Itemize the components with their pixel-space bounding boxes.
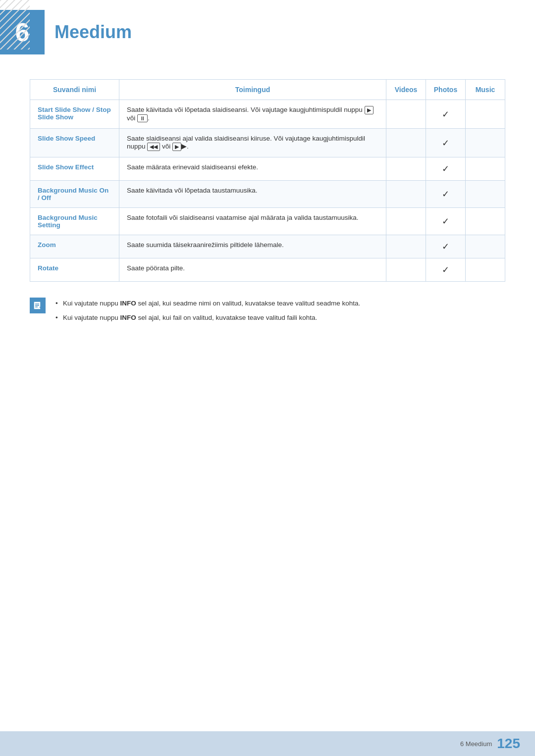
feature-cell: Background Music Setting <box>30 208 119 235</box>
description-cell: Saate suumida täisekraanirežiimis piltid… <box>119 235 386 258</box>
description-cell: Saate slaidiseansi ajal valida slaidisea… <box>119 129 386 157</box>
feature-cell: Start Slide Show / Stop Slide Show <box>30 100 119 129</box>
videos-check-cell <box>386 235 426 258</box>
col-header-videos: Videos <box>386 80 426 100</box>
table-row: ZoomSaate suumida täisekraanirežiimis pi… <box>30 235 505 258</box>
col-header-photos: Photos <box>426 80 466 100</box>
feature-cell: Zoom <box>30 235 119 258</box>
col-header-music: Music <box>466 80 505 100</box>
music-check-cell <box>466 181 505 208</box>
col-header-toimingud: Toimingud <box>119 80 386 100</box>
table-row: Background Music On / OffSaate käivitada… <box>30 181 505 208</box>
svg-rect-1 <box>0 0 30 50</box>
note-item: Kui vajutate nuppu INFO sel ajal, kui fa… <box>53 311 360 325</box>
table-row: Slide Show EffectSaate määrata erinevaid… <box>30 157 505 181</box>
photos-check-cell: ✓ <box>426 208 466 235</box>
features-table: Suvandi nimi Toimingud Videos Photos Mus… <box>30 79 505 282</box>
videos-check-cell <box>386 100 426 129</box>
feature-cell: Rotate <box>30 258 119 282</box>
footer-page-number: 125 <box>497 736 520 752</box>
chapter-header: 6 Meedium <box>0 0 535 64</box>
photos-check-cell: ✓ <box>426 258 466 282</box>
description-cell: Saate pöörata pilte. <box>119 258 386 282</box>
music-check-cell <box>466 100 505 129</box>
videos-check-cell <box>386 181 426 208</box>
note-section: Kui vajutate nuppu INFO sel ajal, kui se… <box>30 297 505 325</box>
col-header-suvandi: Suvandi nimi <box>30 80 119 100</box>
music-check-cell <box>466 258 505 282</box>
music-check-cell <box>466 235 505 258</box>
feature-cell: Slide Show Speed <box>30 129 119 157</box>
videos-check-cell <box>386 129 426 157</box>
description-cell: Saate käivitada või lõpetada taustamuusi… <box>119 181 386 208</box>
photos-check-cell: ✓ <box>426 181 466 208</box>
photos-check-cell: ✓ <box>426 157 466 181</box>
description-cell: Saate fotofaili või slaidiseansi vaatami… <box>119 208 386 235</box>
note-icon <box>30 298 46 313</box>
photos-check-cell: ✓ <box>426 100 466 129</box>
note-item: Kui vajutate nuppu INFO sel ajal, kui se… <box>53 297 360 310</box>
page-footer: 6 Meedium 125 <box>0 731 535 756</box>
description-cell: Saate käivitada või lõpetada slaidiseans… <box>119 100 386 129</box>
videos-check-cell <box>386 157 426 181</box>
table-row: Start Slide Show / Stop Slide ShowSaate … <box>30 100 505 129</box>
videos-check-cell <box>386 208 426 235</box>
photos-check-cell: ✓ <box>426 129 466 157</box>
note-list: Kui vajutate nuppu INFO sel ajal, kui se… <box>53 297 360 325</box>
table-row: Background Music SettingSaate fotofaili … <box>30 208 505 235</box>
footer-chapter-label: 6 Meedium <box>460 740 492 748</box>
description-cell: Saate määrata erinevaid slaidiseansi efe… <box>119 157 386 181</box>
main-content: Suvandi nimi Toimingud Videos Photos Mus… <box>0 79 535 354</box>
table-row: RotateSaate pöörata pilte.✓ <box>30 258 505 282</box>
music-check-cell <box>466 157 505 181</box>
music-check-cell <box>466 129 505 157</box>
videos-check-cell <box>386 258 426 282</box>
chapter-title: Meedium <box>54 22 132 43</box>
feature-cell: Background Music On / Off <box>30 181 119 208</box>
table-row: Slide Show SpeedSaate slaidiseansi ajal … <box>30 129 505 157</box>
photos-check-cell: ✓ <box>426 235 466 258</box>
feature-cell: Slide Show Effect <box>30 157 119 181</box>
corner-decoration <box>0 0 30 50</box>
music-check-cell <box>466 208 505 235</box>
table-header-row: Suvandi nimi Toimingud Videos Photos Mus… <box>30 80 505 100</box>
